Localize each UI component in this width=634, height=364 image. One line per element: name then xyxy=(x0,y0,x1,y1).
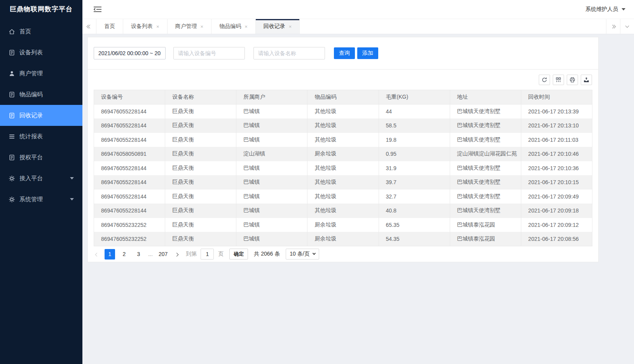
column-header: 所属商户 xyxy=(236,90,307,104)
add-button[interactable]: 添加 xyxy=(357,47,378,59)
chevron-down-icon xyxy=(622,8,625,10)
table-cell: 巴城镇天使湾别墅 xyxy=(450,175,521,190)
tab-2[interactable]: 商户管理× xyxy=(168,19,212,34)
topbar: 系统维护人员 xyxy=(82,0,634,19)
sidebar-item-recycle-records[interactable]: 回收记录 xyxy=(0,105,82,126)
tab-3[interactable]: 物品编码× xyxy=(211,19,256,34)
refresh-button[interactable] xyxy=(539,75,550,85)
date-range-input[interactable] xyxy=(94,47,166,59)
goto-page-input[interactable] xyxy=(201,249,214,260)
sidebar-collapse-icon[interactable] xyxy=(93,6,102,13)
close-icon[interactable]: × xyxy=(289,24,292,29)
table-cell: 巨鼎天衡 xyxy=(165,147,236,161)
table-cell: 2021-06-17 20:11:03 xyxy=(521,133,592,147)
sidebar-menu: 首页设备列表商户管理物品编码回收记录统计报表授权平台接入平台系统管理 xyxy=(0,19,82,210)
sidebar-item-access-platform[interactable]: 接入平台 xyxy=(0,168,82,189)
columns-button[interactable] xyxy=(553,75,564,85)
table-cell: 其他垃圾 xyxy=(307,104,379,119)
page-size-value: 10 条/页 xyxy=(290,251,309,258)
goto-label: 到第 xyxy=(186,251,197,258)
tabs-menu-button[interactable] xyxy=(620,19,634,34)
table-cell: 巴城镇 xyxy=(236,218,307,232)
table-row: 869476055228144巨鼎天衡巴城镇其他垃圾39.7巴城镇天使湾别墅20… xyxy=(94,175,592,190)
print-button[interactable] xyxy=(567,75,578,85)
device-number-input[interactable] xyxy=(173,47,245,59)
page-button-207[interactable]: 207 xyxy=(157,249,169,260)
page-size-select[interactable]: 10 条/页 xyxy=(286,249,319,260)
search-button[interactable]: 查询 xyxy=(334,47,355,59)
table-row: 869476055232252巨鼎天衡巴城镇厨余垃圾65.35巴城镇泰泓花园20… xyxy=(94,218,592,232)
sidebar-item-label: 授权平台 xyxy=(19,154,43,161)
sidebar-item-device-list[interactable]: 设备列表 xyxy=(0,42,82,63)
table-cell: 厨余垃圾 xyxy=(307,147,379,161)
tab-0[interactable]: 首页 xyxy=(96,19,123,34)
tab-1[interactable]: 设备列表× xyxy=(123,19,168,34)
table-cell: 869476055232252 xyxy=(94,232,165,246)
table-toolbar xyxy=(88,70,598,90)
content: 查询 添加 设备编号设备名称所属商户物品编码毛重(KG)地址回收时间 86947… xyxy=(82,34,634,364)
next-page-button[interactable] xyxy=(175,251,178,257)
list-icon xyxy=(9,91,15,98)
sidebar-item-item-code[interactable]: 物品编码 xyxy=(0,84,82,105)
table-cell: 巨鼎天衡 xyxy=(165,218,236,232)
table-cell: 869476055228144 xyxy=(94,190,165,204)
tabs-scroll-right-button[interactable] xyxy=(606,19,620,34)
table-cell: 巴城镇泰泓花园 xyxy=(450,232,521,246)
chevron-down-icon xyxy=(70,198,74,200)
table-cell: 巴城镇天使湾别墅 xyxy=(450,204,521,218)
confirm-button[interactable]: 确定 xyxy=(229,249,248,260)
table-cell: 其他垃圾 xyxy=(307,204,379,218)
table-cell: 2021-06-17 20:09:49 xyxy=(521,190,592,204)
table-body: 869476055228144巨鼎天衡巴城镇其他垃圾44巴城镇天使湾别墅2021… xyxy=(94,104,592,246)
device-name-input[interactable] xyxy=(253,47,325,59)
table-cell: 2021-06-17 20:10:36 xyxy=(521,161,592,176)
user-menu[interactable]: 系统维护人员 xyxy=(585,6,625,13)
page-button-3[interactable]: 3 xyxy=(133,249,144,260)
tabs-scroll-left-button[interactable] xyxy=(82,19,96,34)
app-root: 巨鼎物联网数字平台 首页设备列表商户管理物品编码回收记录统计报表授权平台接入平台… xyxy=(0,0,634,364)
export-button[interactable] xyxy=(581,75,592,85)
close-icon[interactable]: × xyxy=(201,24,204,29)
close-icon[interactable]: × xyxy=(245,24,248,29)
user-name: 系统维护人员 xyxy=(585,6,618,13)
table-cell: 巨鼎天衡 xyxy=(165,204,236,218)
content-card: 查询 添加 设备编号设备名称所属商户物品编码毛重(KG)地址回收时间 86947… xyxy=(87,37,599,262)
table-cell: 厨余垃圾 xyxy=(307,232,379,246)
table-cell: 巴城镇天使湾别墅 xyxy=(450,161,521,176)
table-cell: 39.7 xyxy=(379,175,450,190)
table-cell: 巴城镇 xyxy=(236,232,307,246)
sidebar-item-merchant-management[interactable]: 商户管理 xyxy=(0,63,82,84)
column-header: 地址 xyxy=(450,90,521,104)
column-header: 回收时间 xyxy=(521,90,592,104)
chevron-down-icon xyxy=(625,24,629,28)
close-icon[interactable]: × xyxy=(156,24,159,29)
table-cell: 869476055228144 xyxy=(94,204,165,218)
table-row: 869476055228144巨鼎天衡巴城镇其他垃圾19.8巴城镇天使湾别墅20… xyxy=(94,133,592,147)
page-numbers: 123...207 xyxy=(105,249,173,260)
table-cell: 54.35 xyxy=(379,232,450,246)
table-cell: 2021-06-17 20:09:12 xyxy=(521,218,592,232)
table-cell: 巨鼎天衡 xyxy=(165,232,236,246)
tab-label: 设备列表 xyxy=(131,23,153,30)
table-cell: 淀山湖镇 xyxy=(236,147,307,161)
chevron-down-icon xyxy=(312,252,315,255)
page-button-1[interactable]: 1 xyxy=(105,249,115,260)
sidebar-item-home[interactable]: 首页 xyxy=(0,21,82,42)
table-cell: 其他垃圾 xyxy=(307,175,379,190)
table-cell: 巨鼎天衡 xyxy=(165,190,236,204)
sidebar-item-statistics-report[interactable]: 统计报表 xyxy=(0,126,82,147)
filter-bar: 查询 添加 xyxy=(88,37,598,70)
table-cell: 2021-06-17 20:10:15 xyxy=(521,175,592,190)
table-cell: 巴城镇 xyxy=(236,161,307,176)
page-button-2[interactable]: 2 xyxy=(119,249,129,260)
sidebar-item-authorization-platform[interactable]: 授权平台 xyxy=(0,147,82,168)
table-cell: 其他垃圾 xyxy=(307,161,379,176)
sidebar-item-label: 商户管理 xyxy=(19,70,43,77)
tab-4[interactable]: 回收记录× xyxy=(256,19,300,34)
prev-page-button[interactable] xyxy=(96,251,98,257)
table-cell: 2021-06-17 20:09:18 xyxy=(521,204,592,218)
tab-label: 商户管理 xyxy=(175,23,197,30)
list-icon xyxy=(9,154,15,161)
sidebar-item-system-management[interactable]: 系统管理 xyxy=(0,189,82,210)
gear-icon xyxy=(9,196,15,203)
